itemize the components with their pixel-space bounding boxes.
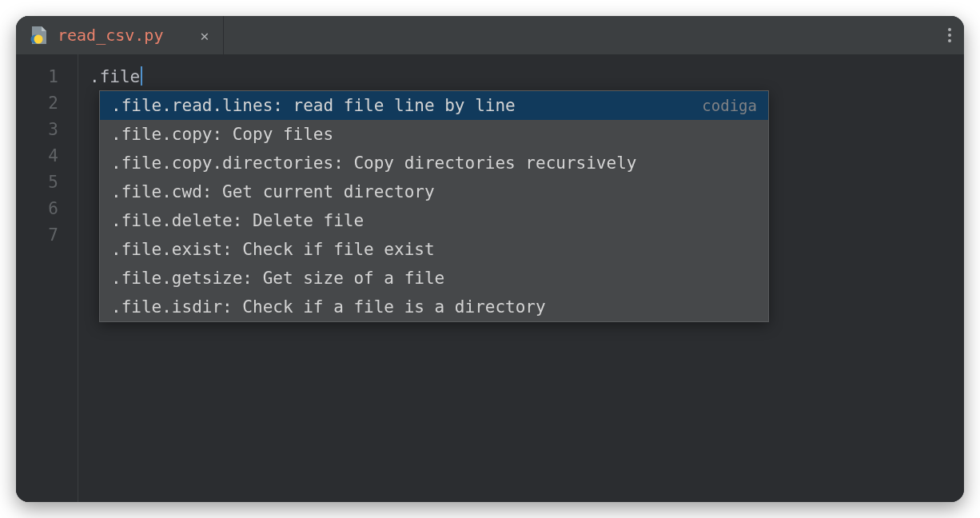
line-gutter: 1 2 3 4 5 6 7: [16, 54, 78, 502]
line-number: 2: [16, 90, 78, 117]
autocomplete-item[interactable]: .file.copy: Copy files: [100, 120, 768, 149]
line-number: 7: [16, 222, 78, 249]
python-file-icon: [30, 26, 46, 44]
autocomplete-label: .file.cwd: Get current directory: [111, 177, 435, 206]
line-number: 3: [16, 117, 78, 143]
autocomplete-item[interactable]: .file.getsize: Get size of a file: [100, 264, 768, 293]
autocomplete-popup: .file.read.lines: read file line by line…: [99, 90, 769, 322]
autocomplete-source-tag: codiga: [702, 91, 757, 120]
editor-body: 1 2 3 4 5 6 7 .file .file.read.lines: re…: [16, 54, 964, 502]
file-tab[interactable]: read_csv.py ✕: [16, 16, 224, 54]
autocomplete-item[interactable]: .file.copy.directories: Copy directories…: [100, 149, 768, 177]
autocomplete-label: .file.exist: Check if file exist: [111, 235, 435, 264]
text-cursor: [141, 66, 142, 86]
svg-point-1: [34, 35, 43, 44]
code-text: .file: [90, 67, 140, 86]
autocomplete-label: .file.copy: Copy files: [111, 120, 333, 149]
autocomplete-label: .file.delete: Delete file: [111, 206, 364, 235]
autocomplete-label: .file.copy.directories: Copy directories…: [111, 149, 636, 177]
tab-bar: read_csv.py ✕: [16, 16, 964, 54]
tab-filename: read_csv.py: [58, 26, 163, 45]
close-icon[interactable]: ✕: [200, 27, 209, 44]
autocomplete-item[interactable]: .file.read.lines: read file line by line…: [100, 91, 768, 120]
line-number: 4: [16, 143, 78, 169]
autocomplete-label: .file.getsize: Get size of a file: [111, 264, 444, 293]
code-line: .file: [90, 64, 964, 90]
code-area[interactable]: .file .file.read.lines: read file line b…: [78, 54, 964, 502]
autocomplete-item[interactable]: .file.isdir: Check if a file is a direct…: [100, 293, 768, 321]
autocomplete-label: .file.read.lines: read file line by line: [111, 91, 516, 120]
line-number: 5: [16, 169, 78, 196]
more-icon[interactable]: [948, 28, 951, 42]
autocomplete-item[interactable]: .file.cwd: Get current directory: [100, 177, 768, 206]
line-number: 1: [16, 64, 78, 90]
editor-window: read_csv.py ✕ 1 2 3 4 5 6 7 .file .file.…: [16, 16, 964, 502]
line-number: 6: [16, 196, 78, 222]
autocomplete-label: .file.isdir: Check if a file is a direct…: [111, 293, 546, 321]
autocomplete-item[interactable]: .file.delete: Delete file: [100, 206, 768, 235]
autocomplete-item[interactable]: .file.exist: Check if file exist: [100, 235, 768, 264]
